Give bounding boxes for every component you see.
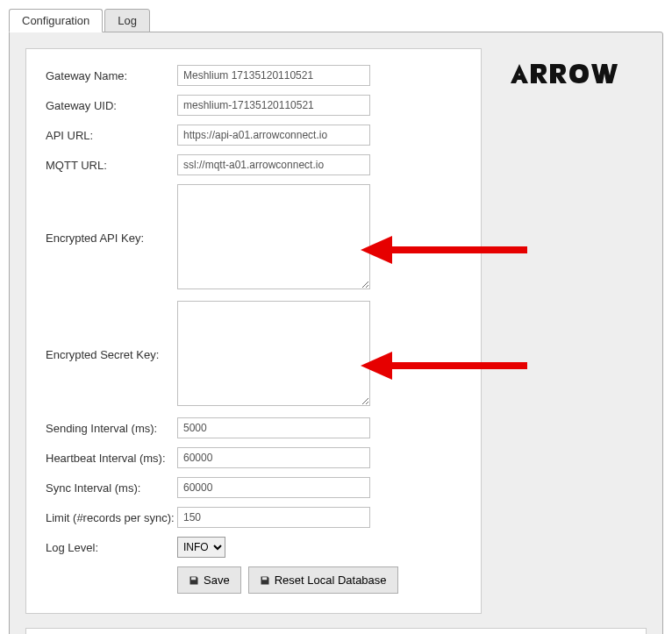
mqtt-url-input[interactable] xyxy=(177,154,370,175)
config-panel: Gateway Name: Gateway UID: API URL: MQTT… xyxy=(9,32,663,634)
sending-interval-label: Sending Interval (ms): xyxy=(46,422,177,435)
reset-db-button-label: Reset Local Database xyxy=(275,573,387,587)
tab-configuration[interactable]: Configuration xyxy=(9,9,103,32)
heartbeat-interval-input[interactable] xyxy=(177,447,370,468)
mqtt-url-label: MQTT URL: xyxy=(46,159,177,172)
config-form: Gateway Name: Gateway UID: API URL: MQTT… xyxy=(25,48,482,614)
api-url-input[interactable] xyxy=(177,125,370,146)
api-url-label: API URL: xyxy=(46,129,177,142)
tab-bar: Configuration Log xyxy=(9,9,663,32)
log-level-label: Log Level: xyxy=(46,541,177,554)
save-button[interactable]: Save xyxy=(177,566,241,594)
limit-label: Limit (#records per sync): xyxy=(46,511,177,524)
status-bar: Arrow Status Start xyxy=(25,628,647,634)
save-icon xyxy=(260,575,270,586)
gateway-uid-input[interactable] xyxy=(177,95,370,116)
sync-interval-label: Sync Interval (ms): xyxy=(46,481,177,495)
tab-log[interactable]: Log xyxy=(104,9,150,32)
encrypted-secret-key-input[interactable] xyxy=(177,301,370,406)
encrypted-secret-key-label: Encrypted Secret Key: xyxy=(46,348,177,361)
reset-db-button[interactable]: Reset Local Database xyxy=(248,566,398,594)
gateway-uid-label: Gateway UID: xyxy=(46,99,177,112)
arrow-logo xyxy=(508,59,640,91)
heartbeat-interval-label: Heartbeat Interval (ms): xyxy=(46,452,177,465)
log-level-select[interactable]: INFO xyxy=(177,537,225,558)
sync-interval-input[interactable] xyxy=(177,477,370,498)
gateway-name-label: Gateway Name: xyxy=(46,69,177,82)
limit-input[interactable] xyxy=(177,507,370,528)
encrypted-api-key-input[interactable] xyxy=(177,184,370,289)
save-icon xyxy=(189,575,199,586)
sending-interval-input[interactable] xyxy=(177,417,370,438)
save-button-label: Save xyxy=(204,573,230,587)
encrypted-api-key-label: Encrypted API Key: xyxy=(46,232,177,245)
gateway-name-input[interactable] xyxy=(177,65,370,86)
